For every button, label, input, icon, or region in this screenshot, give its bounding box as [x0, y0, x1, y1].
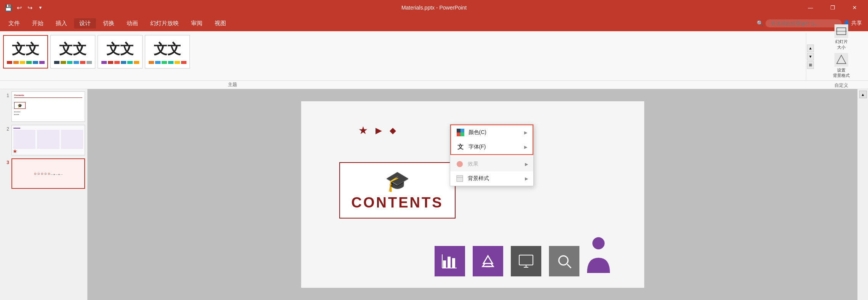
search-area: 🔍	[757, 19, 842, 27]
theme-item-1[interactable]: 文文	[3, 35, 48, 69]
grad-hat-icon: 🎓	[385, 170, 410, 193]
svg-rect-17	[460, 132, 464, 136]
menu-animations[interactable]: 动画	[121, 18, 143, 29]
ctx-effects-item[interactable]: 效果 ▶	[450, 157, 533, 171]
bg-style-icon	[456, 174, 464, 183]
slide-panel: 1 Contents 🎓 ■ ■ ■ ■ ■ ■ ■ ■ ■ 2 ■■■■■■	[0, 89, 88, 300]
ctx-effects-arrow: ▶	[525, 162, 528, 167]
ctx-bg-arrow: ▶	[525, 176, 528, 181]
svg-rect-8	[519, 255, 533, 265]
ribbon-scroll-up[interactable]: ▲	[807, 45, 814, 52]
ctx-bg-label: 背景样式	[468, 175, 489, 182]
bg-format-icon	[834, 53, 848, 67]
arrow-decoration: ▶	[375, 126, 382, 136]
slide-num-3: 3	[2, 158, 9, 165]
svg-rect-19	[457, 176, 463, 182]
ribbon-expand[interactable]: ⊞	[807, 61, 814, 69]
slide-img-3[interactable]: ⊙ ⊙ ⊙ ⊙ ⊙ — ● — ● —	[11, 158, 85, 189]
theme-item-2[interactable]: 文文	[50, 35, 95, 69]
star-badge-2: ★	[13, 148, 18, 154]
ctx-color-item[interactable]: 颜色(C) ▶	[451, 125, 533, 140]
theme-colors-1	[7, 61, 45, 64]
menu-view[interactable]: 视图	[209, 18, 231, 29]
chart-icon-box[interactable]	[435, 246, 465, 276]
ribbon-scroll-down[interactable]: ▼	[807, 53, 814, 61]
menu-home[interactable]: 开始	[27, 18, 49, 29]
share-label: 共享	[851, 20, 862, 27]
slide-canvas: ★ ▶ ◆ 🎓 CONTENTS	[301, 101, 644, 288]
theme-colors-4	[149, 61, 186, 64]
menu-review[interactable]: 审阅	[186, 18, 208, 29]
ribbon-customize: 幻灯片大小 设置背景格式 自定义	[815, 33, 868, 80]
slide-size-button[interactable]: 幻灯片大小	[834, 24, 848, 50]
title-bar: 💾 ↩ ↪ ▼ Materials.pptx - PowerPoint — ❐ …	[0, 0, 868, 15]
bg-format-label: 设置背景格式	[833, 67, 850, 78]
font-icon: 文	[456, 143, 465, 151]
main-area: 1 Contents 🎓 ■ ■ ■ ■ ■ ■ ■ ■ ■ 2 ■■■■■■	[0, 89, 868, 300]
color-icon	[456, 128, 465, 137]
slide-img-1[interactable]: Contents 🎓 ■ ■ ■ ■ ■ ■ ■ ■ ■	[11, 91, 85, 122]
ctx-font-item[interactable]: 文 字体(F) ▶	[451, 140, 533, 154]
ctx-bg-item[interactable]: 背景样式 ▶	[450, 171, 533, 186]
screen-icon-box[interactable]	[511, 246, 541, 276]
theme-item-4[interactable]: 文文	[145, 35, 190, 69]
ctx-effects-label: 效果	[468, 161, 478, 168]
slide-thumb-2: 2 ■■■■■■ ★	[2, 125, 85, 155]
svg-rect-15	[460, 129, 464, 132]
right-scroll-up[interactable]: ▲	[859, 91, 867, 98]
ribbon: 文文 文文 文文	[0, 31, 868, 81]
theme-colors-3	[101, 61, 139, 64]
redo-icon[interactable]: ↪	[26, 4, 34, 11]
search-icon: 🔍	[757, 20, 763, 26]
recycle-icon-box[interactable]	[473, 246, 503, 276]
window-controls: — ❐ ✕	[802, 2, 863, 14]
svg-marker-2	[837, 55, 846, 64]
theme-item-3[interactable]: 文文	[98, 35, 143, 69]
menu-file[interactable]: 文件	[3, 18, 25, 29]
slide-content: ★ ▶ ◆ 🎓 CONTENTS	[88, 89, 857, 300]
ctx-color-arrow: ▶	[524, 130, 527, 135]
diamond-decoration: ◆	[390, 126, 396, 136]
minimize-button[interactable]: —	[802, 2, 819, 14]
slide-img-2[interactable]: ■■■■■■ ★	[11, 125, 85, 155]
customize-qat-icon[interactable]: ▼	[37, 4, 44, 11]
slide-thumb-3: 3 ⊙ ⊙ ⊙ ⊙ ⊙ — ● — ● —	[2, 158, 85, 189]
restore-button[interactable]: ❐	[824, 2, 841, 14]
svg-line-12	[567, 264, 571, 268]
magnify-icon-box[interactable]	[549, 246, 579, 276]
purple-icons-row	[435, 246, 579, 276]
ribbon-themes: 文文 文文 文文	[0, 33, 806, 80]
contents-text: CONTENTS	[351, 195, 443, 211]
slide-num-1: 1	[2, 91, 9, 98]
menu-design[interactable]: 设计	[74, 18, 96, 29]
search-input[interactable]	[765, 19, 842, 27]
contents-box[interactable]: 🎓 CONTENTS	[339, 162, 456, 219]
effects-icon	[456, 160, 464, 168]
slide-decorations: ★ ▶ ◆	[358, 124, 396, 137]
customize-label: 自定义	[834, 82, 848, 89]
ribbon-label-row: 主题	[0, 81, 868, 89]
title-bar-left: 💾 ↩ ↪ ▼	[5, 4, 44, 11]
menu-insert[interactable]: 插入	[50, 18, 72, 29]
theme-text-2: 文文	[59, 40, 87, 59]
undo-icon[interactable]: ↩	[15, 4, 23, 11]
save-icon[interactable]: 💾	[5, 4, 12, 11]
window-title: Materials.pptx - PowerPoint	[401, 5, 467, 11]
slide-size-label: 幻灯片大小	[835, 39, 848, 50]
svg-point-18	[457, 161, 463, 167]
svg-point-13	[592, 237, 605, 249]
svg-rect-3	[443, 260, 446, 268]
svg-rect-14	[457, 129, 460, 132]
close-button[interactable]: ✕	[846, 2, 863, 14]
svg-rect-4	[448, 257, 451, 268]
svg-rect-5	[452, 258, 455, 268]
star-decoration: ★	[358, 124, 368, 137]
menu-bar: 文件 开始 插入 设计 切换 动画 幻灯片放映 审阅 视图 🔍 👤 共享	[0, 15, 868, 31]
menu-slideshow[interactable]: 幻灯片放映	[145, 18, 184, 29]
right-panel: ▲	[857, 89, 868, 300]
menu-transitions[interactable]: 切换	[98, 18, 120, 29]
ctx-font-label: 字体(F)	[468, 144, 486, 150]
ctx-divider-1	[450, 156, 533, 156]
bg-format-button[interactable]: 设置背景格式	[833, 53, 850, 78]
theme-text-3: 文文	[106, 40, 134, 59]
